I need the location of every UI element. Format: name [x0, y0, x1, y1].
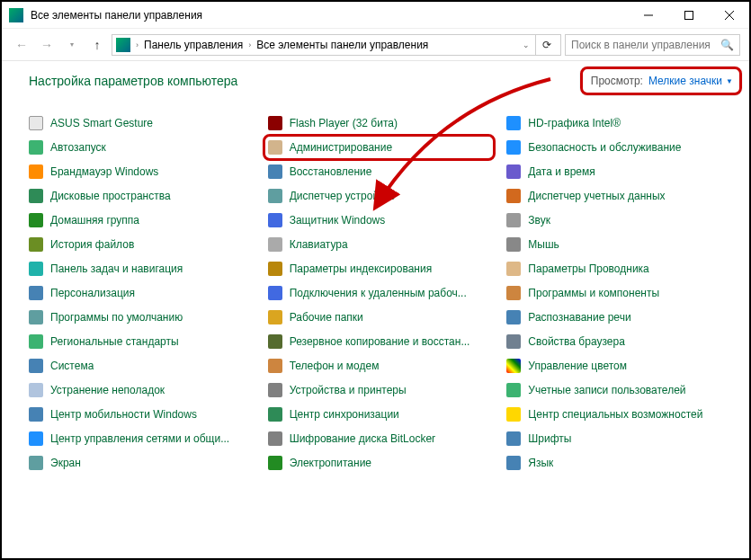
control-panel-item[interactable]: Подключения к удаленным рабоч... — [268, 283, 495, 303]
control-panel-item[interactable]: Диспетчер устройств — [268, 186, 495, 206]
item-label: Система — [50, 360, 94, 372]
control-panel-item[interactable]: Программы и компоненты — [506, 283, 733, 303]
control-panel-item[interactable]: Учетные записи пользователей — [506, 380, 733, 400]
chevron-down-icon: ▼ — [726, 77, 733, 85]
control-panel-item[interactable]: Система — [29, 356, 255, 376]
control-panel-item[interactable]: Управление цветом — [506, 356, 733, 376]
refresh-button[interactable]: ⟳ — [535, 35, 557, 55]
item-label: Программы по умолчанию — [50, 311, 183, 324]
item-label: Телефон и модем — [290, 360, 380, 372]
item-icon — [268, 407, 282, 422]
control-panel-item[interactable]: История файлов — [29, 235, 255, 254]
up-button[interactable]: ↑ — [86, 34, 108, 56]
breadcrumb-current[interactable]: Все элементы панели управления — [256, 39, 428, 51]
item-label: Панель задач и навигация — [50, 262, 183, 275]
item-label: Параметры индексирования — [290, 262, 432, 275]
item-label: Персонализация — [50, 287, 135, 299]
item-label: Учетные записи пользователей — [528, 384, 685, 396]
view-value: Мелкие значки — [648, 75, 722, 87]
control-panel-item[interactable]: Шрифты — [506, 429, 733, 449]
control-panel-item[interactable]: Параметры индексирования — [268, 259, 495, 279]
item-label: Экран — [50, 457, 81, 469]
control-panel-item[interactable]: Устранение неполадок — [29, 380, 255, 400]
recent-dropdown[interactable]: ▾ — [61, 34, 83, 56]
item-icon — [29, 359, 43, 373]
control-panel-item[interactable]: Параметры Проводника — [506, 259, 733, 279]
item-icon — [506, 407, 521, 422]
control-panel-item[interactable]: Шифрование диска BitLocker — [268, 429, 495, 449]
control-panel-item[interactable]: Распознавание речи — [506, 307, 733, 327]
control-panel-item[interactable]: Панель задач и навигация — [29, 259, 255, 279]
control-panel-item[interactable]: Домашняя группа — [29, 210, 255, 230]
control-panel-item[interactable]: Клавиатура — [268, 235, 495, 254]
item-icon — [268, 189, 282, 203]
item-icon — [268, 213, 282, 227]
control-panel-item[interactable]: Безопасность и обслуживание — [506, 138, 733, 157]
item-label: Рабочие папки — [290, 311, 363, 324]
chevron-down-icon[interactable]: ⌄ — [523, 40, 530, 49]
item-icon — [506, 334, 521, 349]
item-label: Язык — [528, 457, 553, 469]
control-panel-item[interactable]: Дата и время — [506, 162, 733, 182]
item-icon — [268, 431, 282, 446]
control-panel-item[interactable]: Центр мобильности Windows — [29, 404, 255, 424]
item-icon — [506, 359, 521, 373]
control-panel-item[interactable]: Резервное копирование и восстан... — [268, 332, 495, 351]
search-input[interactable]: Поиск в панели управления 🔍 — [565, 34, 740, 56]
control-panel-item[interactable]: Центр синхронизации — [268, 404, 495, 424]
item-label: Звук — [528, 214, 550, 227]
control-panel-item[interactable]: Диспетчер учетных данных — [506, 186, 733, 206]
view-label: Просмотр: — [591, 75, 643, 87]
item-icon — [506, 213, 521, 227]
address-bar[interactable]: › Панель управления › Все элементы панел… — [112, 34, 561, 56]
control-panel-item[interactable]: Администрирование — [268, 138, 495, 157]
control-panel-item[interactable]: Язык — [506, 453, 733, 473]
maximize-button[interactable] — [668, 2, 709, 28]
item-icon — [506, 164, 521, 179]
control-panel-item[interactable]: Центр специальных возможностей — [506, 404, 733, 424]
item-icon — [29, 456, 43, 470]
control-panel-item[interactable]: Экран — [29, 453, 255, 473]
control-panel-item[interactable]: Звук — [506, 210, 733, 230]
control-panel-item[interactable]: Защитник Windows — [268, 210, 495, 230]
content-area: Настройка параметров компьютера Просмотр… — [2, 61, 749, 558]
control-panel-item[interactable]: Автозапуск — [29, 138, 255, 157]
control-panel-item[interactable]: Свойства браузера — [506, 332, 733, 351]
control-panel-item[interactable]: Мышь — [506, 235, 733, 254]
control-panel-item[interactable]: Электропитание — [268, 453, 495, 473]
control-panel-item[interactable]: Устройства и принтеры — [268, 380, 495, 400]
item-icon — [506, 286, 521, 300]
item-icon — [29, 164, 43, 179]
item-icon — [506, 116, 521, 130]
control-panel-item[interactable]: HD-графика Intel® — [506, 113, 733, 133]
item-label: Клавиатура — [290, 238, 348, 251]
view-dropdown[interactable]: Мелкие значки ▼ — [648, 75, 733, 87]
control-panel-item[interactable]: Центр управления сетями и общи... — [29, 429, 255, 449]
control-panel-item[interactable]: Дисковые пространства — [29, 186, 255, 206]
forward-button[interactable]: → — [36, 34, 58, 56]
item-label: Распознавание речи — [528, 311, 630, 324]
item-label: Диспетчер учетных данных — [528, 190, 665, 202]
control-panel-item[interactable]: Телефон и модем — [268, 356, 495, 376]
control-panel-item[interactable]: Региональные стандарты — [29, 332, 255, 351]
control-panel-item[interactable]: Программы по умолчанию — [29, 307, 255, 327]
control-panel-item[interactable]: Брандмауэр Windows — [29, 162, 255, 182]
item-icon — [29, 116, 43, 130]
control-panel-item[interactable]: ASUS Smart Gesture — [29, 113, 255, 133]
control-panel-item[interactable]: Flash Player (32 бита) — [268, 113, 495, 133]
control-panel-item[interactable]: Рабочие папки — [268, 307, 495, 327]
control-panel-window: Все элементы панели управления ← → ▾ ↑ › — [2, 2, 749, 558]
item-label: Диспетчер устройств — [290, 190, 395, 202]
breadcrumb-root[interactable]: Панель управления — [144, 39, 243, 51]
item-label: Параметры Проводника — [528, 262, 648, 275]
item-icon — [29, 407, 43, 422]
item-label: Мышь — [528, 238, 559, 251]
item-icon — [506, 189, 521, 203]
item-icon — [268, 140, 282, 155]
item-label: Программы и компоненты — [528, 287, 659, 299]
minimize-button[interactable] — [628, 2, 668, 28]
close-button[interactable] — [709, 2, 749, 28]
control-panel-item[interactable]: Восстановление — [268, 162, 495, 182]
control-panel-item[interactable]: Персонализация — [29, 283, 255, 303]
back-button[interactable]: ← — [11, 34, 32, 56]
